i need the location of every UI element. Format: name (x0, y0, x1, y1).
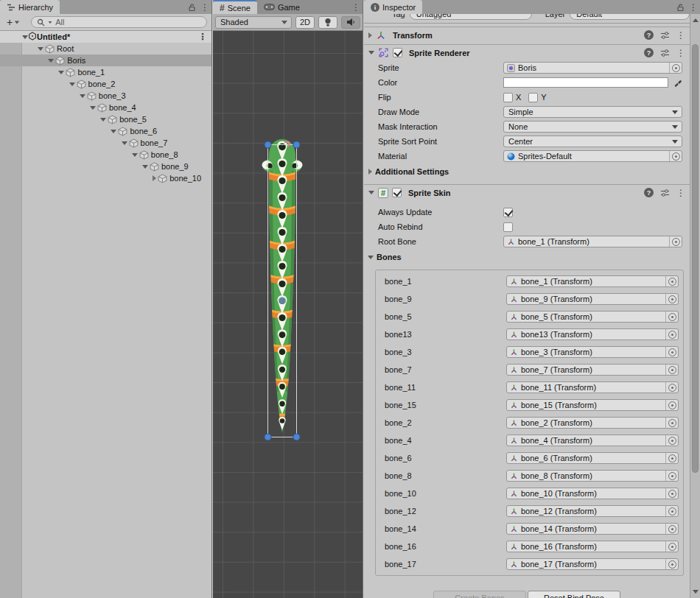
toggle-2d-button[interactable]: 2D (295, 16, 315, 29)
component-enabled-checkbox[interactable] (393, 48, 402, 57)
object-picker[interactable] (665, 453, 678, 463)
eyedropper-icon[interactable] (673, 78, 682, 87)
sprite-object-field[interactable]: Boris (503, 62, 682, 74)
audio-toggle-button[interactable] (341, 16, 360, 29)
tag-dropdown[interactable]: Untagged (410, 14, 532, 20)
presets-icon[interactable] (660, 31, 670, 40)
tab-hierarchy[interactable]: Hierarchy (0, 0, 60, 14)
flip-x-checkbox[interactable] (503, 93, 513, 102)
component-menu-icon[interactable]: ⋮ (676, 49, 684, 57)
flip-y-checkbox[interactable] (528, 93, 538, 102)
scroll-down-icon[interactable] (693, 590, 699, 594)
tab-inspector[interactable]: i Inspector (364, 0, 422, 14)
hierarchy-menu-icon[interactable]: ⋮ (200, 3, 208, 12)
bone-object-field[interactable]: bone_7 (Transform) (506, 364, 679, 376)
bone-object-field[interactable]: bone_14 (Transform) (506, 523, 679, 535)
auto-rebind-checkbox[interactable] (503, 222, 513, 232)
object-picker[interactable] (665, 347, 678, 357)
selection-handle[interactable] (265, 434, 271, 440)
object-picker[interactable] (665, 559, 678, 569)
foldout-arrow-icon[interactable] (48, 59, 54, 63)
object-picker[interactable] (665, 506, 678, 516)
hierarchy-row[interactable]: bone_2 (0, 78, 211, 90)
boris-sprite[interactable] (213, 31, 363, 598)
color-swatch[interactable] (503, 77, 668, 88)
scene-menu-icon[interactable]: ⋮ (351, 3, 359, 12)
foldout-arrow-icon[interactable] (122, 141, 127, 145)
scrollbar-thumb[interactable] (692, 44, 699, 473)
bone-object-field[interactable]: bone_11 (Transform) (506, 381, 679, 393)
object-picker[interactable] (665, 524, 678, 534)
inspector-scrollbar[interactable] (690, 14, 700, 598)
bone-object-field[interactable]: bone_4 (Transform) (506, 435, 679, 446)
foldout-arrow-icon[interactable] (38, 47, 43, 51)
object-picker[interactable] (665, 488, 678, 499)
foldout-arrow-icon[interactable] (368, 191, 374, 194)
object-picker[interactable] (669, 236, 682, 247)
bone-object-field[interactable]: bone_2 (Transform) (506, 417, 679, 429)
bone-object-field[interactable]: bone_17 (Transform) (506, 558, 679, 570)
bone-object-field[interactable]: bone_3 (Transform) (506, 346, 679, 358)
foldout-arrow-icon[interactable] (100, 118, 106, 122)
object-picker[interactable] (665, 435, 678, 446)
bone-object-field[interactable]: bone13 (Transform) (506, 328, 679, 340)
object-picker[interactable] (665, 541, 678, 552)
component-menu-icon[interactable]: ⋮ (676, 31, 684, 40)
selection-handle[interactable] (293, 141, 300, 148)
root-bone-object-field[interactable]: bone_1 (Transform) (503, 236, 682, 247)
bone-object-field[interactable]: bone_10 (Transform) (506, 488, 679, 499)
inspector-menu-icon[interactable]: ⋮ (689, 3, 696, 12)
create-bones-button[interactable]: Create Bones (433, 591, 526, 598)
object-picker[interactable] (665, 382, 678, 393)
foldout-arrow-icon[interactable] (69, 82, 75, 86)
component-menu-icon[interactable]: ⋮ (676, 189, 684, 197)
transform-component-header[interactable]: Transform ? ⋮ (364, 27, 690, 43)
foldout-arrow-icon[interactable] (132, 153, 138, 157)
material-object-field[interactable]: Sprites-Default (503, 150, 682, 162)
bone-object-field[interactable]: bone_5 (Transform) (506, 311, 679, 323)
hierarchy-row[interactable]: bone_4 (0, 102, 211, 113)
object-picker[interactable] (665, 365, 678, 375)
presets-icon[interactable] (660, 49, 670, 57)
foldout-arrow-icon[interactable] (90, 106, 96, 110)
foldout-arrow-icon[interactable] (58, 71, 64, 74)
lighting-toggle-button[interactable] (318, 16, 337, 29)
help-icon[interactable]: ? (644, 30, 654, 40)
tab-scene[interactable]: # Scene (213, 0, 257, 14)
hierarchy-row[interactable]: bone_5 (0, 113, 211, 125)
object-picker[interactable] (669, 151, 682, 161)
presets-icon[interactable] (660, 189, 670, 197)
bone-object-field[interactable]: bone_6 (Transform) (506, 452, 679, 464)
shading-mode-dropdown[interactable]: Shaded (215, 16, 292, 29)
hierarchy-row[interactable]: bone_10 (0, 172, 211, 184)
object-picker[interactable] (669, 63, 682, 73)
foldout-arrow-icon[interactable] (368, 32, 372, 38)
component-enabled-checkbox[interactable] (392, 188, 402, 197)
lock-icon[interactable] (676, 3, 685, 12)
sprite-skin-component-header[interactable]: # Sprite Skin ? ⋮ (364, 184, 690, 200)
layer-dropdown[interactable]: Default (570, 14, 690, 20)
hierarchy-row[interactable]: bone_7 (0, 137, 211, 149)
bone-object-field[interactable]: bone_15 (Transform) (506, 399, 679, 411)
scene-asset-row[interactable]: Untitled* ⋮ (0, 31, 211, 43)
object-picker[interactable] (665, 312, 678, 322)
foldout-arrow-icon[interactable] (80, 94, 85, 98)
sprite-renderer-component-header[interactable]: Sprite Renderer ? ⋮ (364, 44, 690, 60)
hierarchy-row[interactable]: bone_6 (0, 125, 211, 137)
hierarchy-row[interactable]: Boris (0, 54, 211, 66)
reset-bind-pose-button[interactable]: Reset Bind Pose (528, 591, 620, 598)
scene-row-menu-icon[interactable]: ⋮ (198, 32, 206, 41)
scene-viewport[interactable] (213, 31, 363, 598)
hierarchy-row[interactable]: bone_8 (0, 149, 211, 161)
help-icon[interactable]: ? (644, 188, 654, 197)
object-picker[interactable] (665, 471, 678, 481)
object-picker[interactable] (665, 294, 678, 304)
bone-object-field[interactable]: bone_8 (Transform) (506, 470, 679, 482)
foldout-arrow-icon[interactable] (22, 35, 28, 39)
hierarchy-row[interactable]: bone_9 (0, 161, 211, 172)
bone-object-field[interactable]: bone_1 (Transform) (506, 275, 679, 287)
hierarchy-row[interactable]: Root (0, 43, 211, 54)
scroll-up-icon[interactable] (693, 18, 699, 22)
always-update-checkbox[interactable] (503, 208, 513, 217)
lock-icon[interactable] (188, 3, 196, 12)
